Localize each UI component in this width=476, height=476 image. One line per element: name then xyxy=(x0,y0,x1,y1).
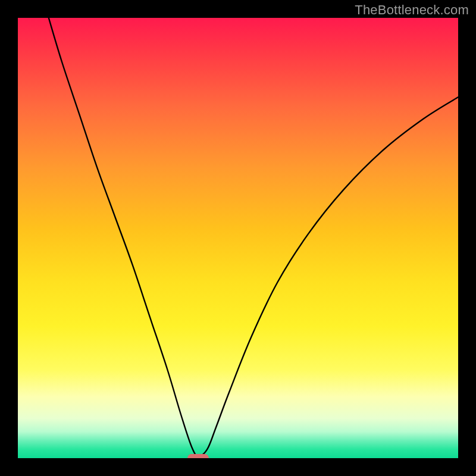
plot-area xyxy=(18,18,458,458)
optimal-point-marker xyxy=(187,454,209,458)
bottleneck-curve xyxy=(18,18,458,458)
watermark-text: TheBottleneck.com xyxy=(355,2,469,18)
curve-path xyxy=(49,18,458,456)
chart-frame: TheBottleneck.com xyxy=(0,0,476,476)
